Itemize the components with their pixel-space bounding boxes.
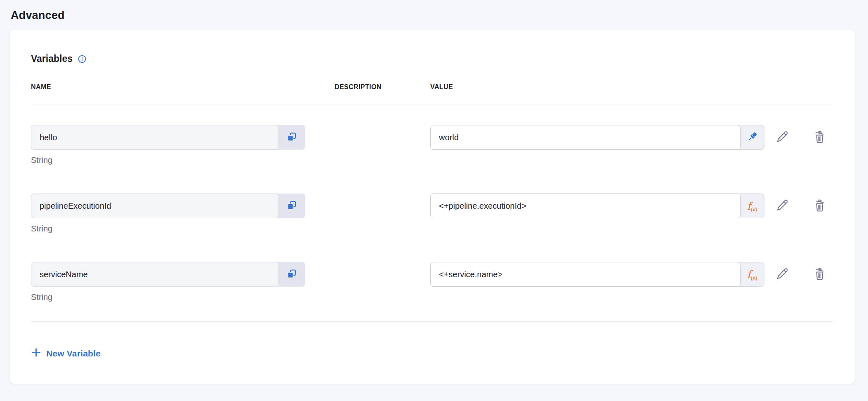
edit-variable-button[interactable] — [775, 267, 789, 282]
copy-icon — [286, 200, 297, 212]
trash-icon — [813, 198, 826, 214]
copy-icon — [286, 269, 297, 281]
row-actions — [764, 262, 834, 287]
variable-type-label: String — [31, 156, 335, 165]
variable-name-input[interactable] — [31, 262, 279, 287]
variable-type-label: String — [31, 292, 335, 302]
variables-panel: Variables NAME DESCRIPTION VALUE — [10, 30, 855, 384]
variable-row: String f(x) — [31, 165, 834, 234]
pencil-icon — [775, 130, 789, 145]
trash-icon — [813, 267, 826, 282]
variable-name-input[interactable] — [31, 193, 279, 218]
column-header-description: DESCRIPTION — [335, 83, 430, 91]
row-actions — [764, 125, 834, 150]
fx-expression-icon: f(x) — [747, 269, 757, 280]
value-field — [430, 125, 764, 150]
pencil-icon — [775, 198, 789, 214]
name-cell: String — [31, 125, 335, 165]
name-field — [31, 262, 305, 287]
trash-icon — [813, 130, 826, 145]
fx-expression-icon: f(x) — [747, 201, 757, 211]
value-cell: f(x) — [430, 262, 764, 287]
value-cell: f(x) — [430, 193, 764, 218]
variables-title: Variables — [31, 53, 73, 64]
delete-variable-button[interactable] — [813, 267, 826, 282]
table-header-row: NAME DESCRIPTION VALUE — [31, 83, 834, 104]
variables-header: Variables — [31, 30, 834, 64]
name-field — [31, 125, 305, 150]
column-header-name: NAME — [31, 83, 335, 91]
delete-variable-button[interactable] — [813, 130, 826, 145]
delete-variable-button[interactable] — [813, 198, 826, 214]
pencil-icon — [775, 267, 789, 282]
edit-variable-button[interactable] — [775, 130, 789, 145]
variable-value-input[interactable] — [430, 262, 741, 287]
variable-type-label: String — [31, 224, 335, 234]
row-actions — [764, 193, 834, 218]
value-cell — [430, 125, 764, 150]
variable-row: String — [31, 104, 834, 165]
column-header-value: VALUE — [430, 83, 764, 91]
new-variable-label: New Variable — [46, 349, 101, 359]
name-cell: String — [31, 262, 335, 302]
name-cell: String — [31, 193, 335, 234]
variable-value-input[interactable] — [430, 193, 741, 218]
new-variable-button[interactable]: New Variable — [31, 347, 101, 360]
pin-icon — [746, 131, 758, 144]
panel-footer: New Variable — [31, 322, 834, 360]
plus-icon — [31, 347, 41, 360]
value-field: f(x) — [430, 193, 764, 218]
info-icon[interactable] — [78, 54, 87, 64]
page: Advanced Variables NAME DESCRIPTION VALU… — [0, 0, 868, 401]
edit-variable-button[interactable] — [775, 198, 789, 214]
variable-name-input[interactable] — [31, 125, 279, 150]
page-title: Advanced — [11, 9, 858, 22]
variable-value-input[interactable] — [430, 125, 741, 150]
variable-row: String f(x) — [31, 234, 834, 302]
copy-icon — [286, 132, 297, 144]
value-field: f(x) — [430, 262, 764, 287]
name-field — [31, 193, 305, 218]
